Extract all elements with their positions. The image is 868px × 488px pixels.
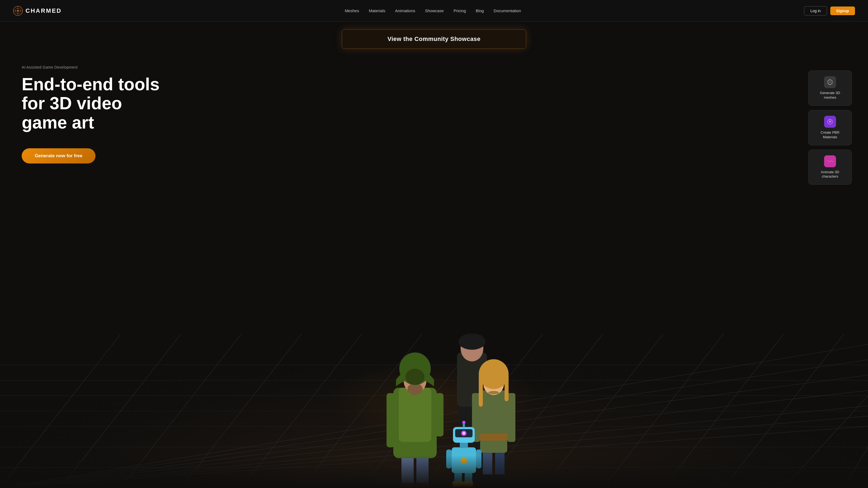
meshes-card-label: Generate 3D meshes: [815, 91, 845, 100]
svg-point-64: [405, 369, 425, 385]
logo-text: CHARMED: [26, 7, 62, 14]
svg-rect-42: [482, 475, 492, 488]
svg-rect-56: [415, 483, 429, 488]
svg-rect-51: [504, 374, 508, 401]
feature-card-meshes[interactable]: Generate 3D meshes: [808, 70, 852, 106]
svg-rect-73: [460, 442, 468, 448]
showcase-banner-button[interactable]: View the Community Showcase: [342, 29, 526, 49]
hero-subtitle: AI Assisted Game Development: [22, 65, 846, 69]
svg-rect-45: [480, 434, 507, 441]
login-button[interactable]: Log in: [804, 6, 827, 15]
nav-animations[interactable]: Animations: [395, 8, 415, 13]
hero-title-line2: for 3D video: [22, 94, 122, 113]
svg-rect-72: [476, 450, 482, 468]
hero-section: View the Community Showcase: [0, 22, 868, 488]
nav-links: Meshes Materials Animations Showcase Pri…: [345, 8, 521, 13]
nav-blog[interactable]: Blog: [476, 8, 484, 13]
cta-button[interactable]: Generate now for free: [22, 148, 95, 163]
hero-content: AI Assisted Game Development End-to-end …: [0, 49, 868, 163]
nav-documentation[interactable]: Documentation: [494, 8, 521, 13]
showcase-banner-container: View the Community Showcase: [0, 22, 868, 49]
nav-actions: Log in Signup: [804, 6, 855, 15]
svg-rect-55: [400, 483, 414, 488]
feature-card-animate[interactable]: Animate 3D characters: [808, 150, 852, 185]
svg-rect-59: [386, 393, 395, 447]
svg-point-39: [458, 333, 486, 350]
svg-rect-60: [435, 393, 443, 436]
logo-link[interactable]: CHARMED: [13, 6, 62, 16]
svg-rect-68: [463, 481, 473, 487]
svg-point-52: [488, 391, 499, 394]
wave-icon: [827, 158, 833, 165]
svg-rect-44: [480, 390, 507, 453]
svg-rect-43: [494, 475, 504, 488]
characters-container: [385, 331, 548, 488]
svg-point-79: [462, 421, 465, 424]
svg-rect-50: [479, 374, 483, 407]
svg-rect-71: [446, 450, 452, 468]
warrior-character: [386, 352, 443, 488]
nav-pricing[interactable]: Pricing: [454, 8, 466, 13]
meshes-icon-bg: [824, 76, 836, 88]
svg-rect-67: [453, 481, 463, 487]
svg-point-70: [461, 458, 467, 464]
svg-rect-47: [507, 393, 516, 442]
materials-card-label: Create PBR Materials: [815, 130, 845, 140]
palette-icon: [827, 119, 833, 125]
materials-icon-bg: [824, 116, 836, 128]
logo-icon: [13, 6, 23, 16]
feature-card-materials[interactable]: Create PBR Materials: [808, 110, 852, 145]
nav-showcase[interactable]: Showcase: [425, 8, 444, 13]
cube-icon: [827, 79, 833, 86]
hero-title-line3: game art: [22, 113, 94, 132]
hero-title: End-to-end tools for 3D video game art: [22, 75, 163, 132]
animate-card-label: Animate 3D characters: [815, 170, 845, 179]
svg-point-77: [463, 432, 465, 434]
hero-title-line1: End-to-end tools: [22, 74, 159, 94]
characters-svg: [385, 331, 548, 488]
svg-point-81: [829, 121, 831, 123]
animate-icon-bg: [824, 155, 836, 167]
svg-point-49: [479, 359, 508, 389]
svg-point-4: [17, 10, 19, 12]
navbar: CHARMED Meshes Materials Animations Show…: [0, 0, 868, 22]
signup-button[interactable]: Signup: [830, 6, 855, 15]
nav-meshes[interactable]: Meshes: [345, 8, 359, 13]
feature-cards: Generate 3D meshes Create PBR Materials …: [808, 70, 852, 185]
nav-materials[interactable]: Materials: [369, 8, 385, 13]
svg-rect-58: [399, 388, 431, 442]
